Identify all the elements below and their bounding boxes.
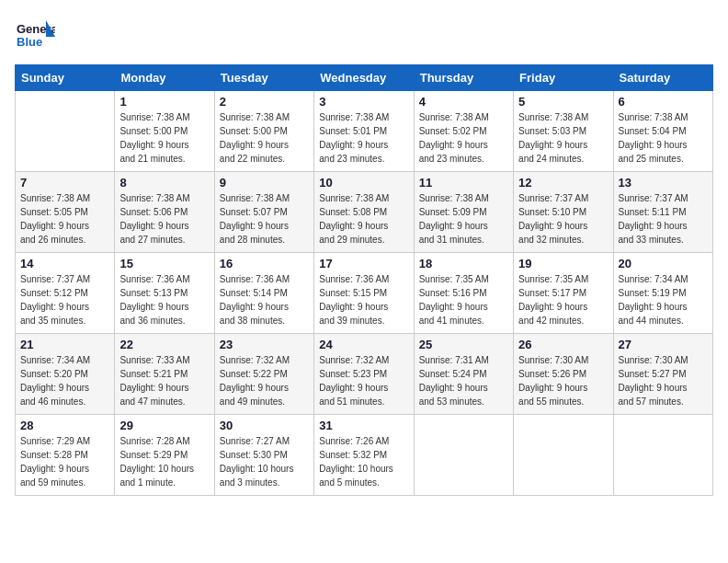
calendar-day-cell: 20Sunrise: 7:34 AM Sunset: 5:19 PM Dayli… [613, 253, 712, 334]
day-number: 9 [220, 176, 309, 190]
calendar-day-cell: 6Sunrise: 7:38 AM Sunset: 5:04 PM Daylig… [613, 91, 712, 172]
day-info: Sunrise: 7:29 AM Sunset: 5:28 PM Dayligh… [20, 434, 109, 489]
calendar-day-cell: 26Sunrise: 7:30 AM Sunset: 5:26 PM Dayli… [514, 334, 613, 415]
day-info: Sunrise: 7:37 AM Sunset: 5:12 PM Dayligh… [20, 272, 109, 327]
calendar-week-row: 14Sunrise: 7:37 AM Sunset: 5:12 PM Dayli… [16, 253, 713, 334]
calendar-day-cell: 2Sunrise: 7:38 AM Sunset: 5:00 PM Daylig… [214, 91, 313, 172]
day-number: 27 [619, 338, 708, 351]
day-number: 3 [319, 95, 408, 109]
day-info: Sunrise: 7:36 AM Sunset: 5:15 PM Dayligh… [319, 272, 408, 327]
day-info: Sunrise: 7:32 AM Sunset: 5:23 PM Dayligh… [319, 353, 408, 408]
day-number: 21 [20, 338, 109, 351]
day-number: 8 [119, 176, 209, 190]
weekday-header: Monday [115, 65, 214, 91]
day-info: Sunrise: 7:27 AM Sunset: 5:30 PM Dayligh… [220, 434, 309, 489]
day-number: 2 [220, 95, 309, 109]
calendar-day-cell [613, 415, 712, 496]
weekday-header: Tuesday [214, 65, 313, 91]
day-number: 18 [419, 257, 508, 270]
day-number: 4 [419, 95, 508, 109]
day-number: 20 [619, 257, 708, 270]
day-number: 11 [419, 176, 508, 190]
day-number: 24 [319, 338, 408, 351]
day-info: Sunrise: 7:38 AM Sunset: 5:05 PM Dayligh… [20, 191, 109, 247]
calendar-day-cell: 29Sunrise: 7:28 AM Sunset: 5:29 PM Dayli… [115, 415, 214, 496]
calendar-day-cell: 12Sunrise: 7:37 AM Sunset: 5:10 PM Dayli… [514, 172, 613, 253]
day-info: Sunrise: 7:33 AM Sunset: 5:21 PM Dayligh… [119, 353, 209, 408]
day-number: 25 [419, 338, 508, 351]
calendar-day-cell: 10Sunrise: 7:38 AM Sunset: 5:08 PM Dayli… [314, 172, 414, 253]
calendar-day-cell: 22Sunrise: 7:33 AM Sunset: 5:21 PM Dayli… [115, 334, 214, 415]
day-info: Sunrise: 7:37 AM Sunset: 5:11 PM Dayligh… [619, 191, 708, 247]
calendar-day-cell: 17Sunrise: 7:36 AM Sunset: 5:15 PM Dayli… [314, 253, 414, 334]
day-number: 5 [518, 95, 608, 109]
logo: General Blue [15, 15, 55, 55]
day-info: Sunrise: 7:36 AM Sunset: 5:13 PM Dayligh… [119, 272, 209, 327]
day-info: Sunrise: 7:38 AM Sunset: 5:08 PM Dayligh… [319, 191, 408, 247]
day-info: Sunrise: 7:36 AM Sunset: 5:14 PM Dayligh… [220, 272, 309, 327]
logo-icon: General Blue [15, 15, 55, 55]
calendar-day-cell [414, 415, 513, 496]
day-number: 1 [119, 95, 209, 109]
weekday-header: Friday [514, 65, 613, 91]
calendar-day-cell: 1Sunrise: 7:38 AM Sunset: 5:00 PM Daylig… [115, 91, 214, 172]
calendar-day-cell: 23Sunrise: 7:32 AM Sunset: 5:22 PM Dayli… [214, 334, 313, 415]
day-info: Sunrise: 7:34 AM Sunset: 5:19 PM Dayligh… [619, 272, 708, 327]
day-info: Sunrise: 7:31 AM Sunset: 5:24 PM Dayligh… [419, 353, 508, 408]
calendar-day-cell: 31Sunrise: 7:26 AM Sunset: 5:32 PM Dayli… [314, 415, 414, 496]
weekday-header: Sunday [16, 65, 115, 91]
day-number: 30 [220, 419, 309, 432]
calendar-day-cell [514, 415, 613, 496]
day-info: Sunrise: 7:26 AM Sunset: 5:32 PM Dayligh… [319, 434, 408, 489]
svg-text:Blue: Blue [17, 35, 42, 49]
day-info: Sunrise: 7:32 AM Sunset: 5:22 PM Dayligh… [220, 353, 309, 408]
calendar-day-cell: 18Sunrise: 7:35 AM Sunset: 5:16 PM Dayli… [414, 253, 513, 334]
calendar-day-cell: 11Sunrise: 7:38 AM Sunset: 5:09 PM Dayli… [414, 172, 513, 253]
day-info: Sunrise: 7:30 AM Sunset: 5:27 PM Dayligh… [619, 353, 708, 408]
calendar-day-cell: 13Sunrise: 7:37 AM Sunset: 5:11 PM Dayli… [613, 172, 712, 253]
calendar-day-cell: 7Sunrise: 7:38 AM Sunset: 5:05 PM Daylig… [16, 172, 115, 253]
day-info: Sunrise: 7:38 AM Sunset: 5:00 PM Dayligh… [220, 110, 309, 166]
day-info: Sunrise: 7:28 AM Sunset: 5:29 PM Dayligh… [119, 434, 209, 489]
day-number: 12 [518, 176, 608, 190]
day-number: 7 [20, 176, 109, 190]
calendar-week-row: 28Sunrise: 7:29 AM Sunset: 5:28 PM Dayli… [16, 415, 713, 496]
calendar-day-cell: 27Sunrise: 7:30 AM Sunset: 5:27 PM Dayli… [613, 334, 712, 415]
day-info: Sunrise: 7:38 AM Sunset: 5:00 PM Dayligh… [119, 110, 209, 166]
day-number: 17 [319, 257, 408, 270]
calendar-week-row: 1Sunrise: 7:38 AM Sunset: 5:00 PM Daylig… [16, 91, 713, 172]
page-header: General Blue [15, 15, 713, 55]
day-number: 16 [220, 257, 309, 270]
calendar-day-cell: 4Sunrise: 7:38 AM Sunset: 5:02 PM Daylig… [414, 91, 513, 172]
day-number: 23 [220, 338, 309, 351]
calendar-day-cell: 5Sunrise: 7:38 AM Sunset: 5:03 PM Daylig… [514, 91, 613, 172]
day-number: 15 [119, 257, 209, 270]
calendar-day-cell: 21Sunrise: 7:34 AM Sunset: 5:20 PM Dayli… [16, 334, 115, 415]
day-info: Sunrise: 7:38 AM Sunset: 5:02 PM Dayligh… [419, 110, 508, 166]
calendar-day-cell: 16Sunrise: 7:36 AM Sunset: 5:14 PM Dayli… [214, 253, 313, 334]
calendar-day-cell: 8Sunrise: 7:38 AM Sunset: 5:06 PM Daylig… [115, 172, 214, 253]
day-info: Sunrise: 7:38 AM Sunset: 5:09 PM Dayligh… [419, 191, 508, 247]
calendar-day-cell: 30Sunrise: 7:27 AM Sunset: 5:30 PM Dayli… [214, 415, 313, 496]
calendar-day-cell: 15Sunrise: 7:36 AM Sunset: 5:13 PM Dayli… [115, 253, 214, 334]
day-number: 29 [119, 419, 209, 432]
day-info: Sunrise: 7:35 AM Sunset: 5:16 PM Dayligh… [419, 272, 508, 327]
day-info: Sunrise: 7:38 AM Sunset: 5:07 PM Dayligh… [220, 191, 309, 247]
day-info: Sunrise: 7:34 AM Sunset: 5:20 PM Dayligh… [20, 353, 109, 408]
day-number: 26 [518, 338, 608, 351]
calendar-day-cell: 3Sunrise: 7:38 AM Sunset: 5:01 PM Daylig… [314, 91, 414, 172]
day-number: 13 [619, 176, 708, 190]
calendar-week-row: 21Sunrise: 7:34 AM Sunset: 5:20 PM Dayli… [16, 334, 713, 415]
day-info: Sunrise: 7:35 AM Sunset: 5:17 PM Dayligh… [518, 272, 608, 327]
weekday-header: Saturday [613, 65, 712, 91]
day-number: 19 [518, 257, 608, 270]
calendar-day-cell: 24Sunrise: 7:32 AM Sunset: 5:23 PM Dayli… [314, 334, 414, 415]
calendar-day-cell: 25Sunrise: 7:31 AM Sunset: 5:24 PM Dayli… [414, 334, 513, 415]
day-number: 22 [119, 338, 209, 351]
day-info: Sunrise: 7:37 AM Sunset: 5:10 PM Dayligh… [518, 191, 608, 247]
calendar-day-cell: 9Sunrise: 7:38 AM Sunset: 5:07 PM Daylig… [214, 172, 313, 253]
day-number: 14 [20, 257, 109, 270]
weekday-header: Thursday [414, 65, 513, 91]
calendar-header-row: SundayMondayTuesdayWednesdayThursdayFrid… [16, 65, 713, 91]
calendar-week-row: 7Sunrise: 7:38 AM Sunset: 5:05 PM Daylig… [16, 172, 713, 253]
